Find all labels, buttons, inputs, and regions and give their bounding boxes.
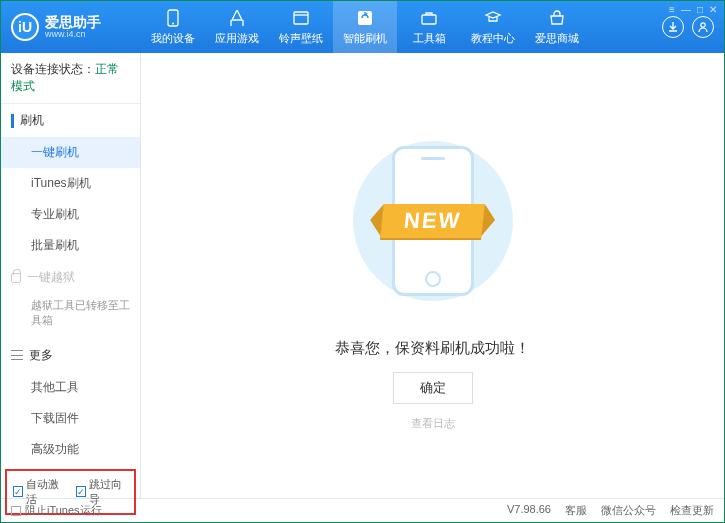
- main-nav: 我的设备 应用游戏 铃声壁纸 智能刷机 工具箱 教程中心 爱思商城: [141, 1, 589, 53]
- success-graphic: NEW: [333, 121, 533, 321]
- titlebar: iU 爱思助手 www.i4.cn 我的设备 应用游戏 铃声壁纸 智能刷机 工具…: [1, 1, 724, 53]
- svg-rect-4: [422, 15, 436, 24]
- success-message: 恭喜您，保资料刷机成功啦！: [335, 339, 530, 358]
- download-button[interactable]: [662, 16, 684, 38]
- confirm-button[interactable]: 确定: [393, 372, 473, 404]
- minimize-icon[interactable]: —: [681, 4, 691, 15]
- block-itunes-checkbox[interactable]: 阻止iTunes运行: [11, 503, 102, 518]
- view-log-link[interactable]: 查看日志: [411, 416, 455, 431]
- service-link[interactable]: 客服: [565, 503, 587, 518]
- sidebar-item-itunes-flash[interactable]: iTunes刷机: [1, 168, 140, 199]
- nav-label: 爱思商城: [535, 31, 579, 46]
- maximize-icon[interactable]: □: [697, 4, 703, 15]
- nav-label: 工具箱: [413, 31, 446, 46]
- nav-label: 铃声壁纸: [279, 31, 323, 46]
- nav-label: 我的设备: [151, 31, 195, 46]
- section-jailbreak: 一键越狱: [1, 261, 140, 294]
- flash-icon: [356, 9, 374, 27]
- sidebar: 设备连接状态：正常模式 刷机 一键刷机 iTunes刷机 专业刷机 批量刷机 一…: [1, 53, 141, 498]
- account-button[interactable]: [692, 16, 714, 38]
- wallpaper-icon: [292, 9, 310, 27]
- nav-store[interactable]: 爱思商城: [525, 1, 589, 53]
- section-title: 刷机: [20, 112, 44, 129]
- svg-point-5: [701, 23, 705, 27]
- jailbreak-note: 越狱工具已转移至工具箱: [1, 294, 140, 339]
- sidebar-item-advanced[interactable]: 高级功能: [1, 434, 140, 465]
- nav-tutorials[interactable]: 教程中心: [461, 1, 525, 53]
- nav-toolbox[interactable]: 工具箱: [397, 1, 461, 53]
- nav-my-device[interactable]: 我的设备: [141, 1, 205, 53]
- titlebar-right: [662, 16, 724, 38]
- nav-apps[interactable]: 应用游戏: [205, 1, 269, 53]
- tutorial-icon: [484, 9, 502, 27]
- conn-label: 设备连接状态：: [11, 62, 95, 76]
- sidebar-item-pro-flash[interactable]: 专业刷机: [1, 199, 140, 230]
- version-label: V7.98.66: [507, 503, 551, 518]
- nav-label: 智能刷机: [343, 31, 387, 46]
- phone-icon: [164, 9, 182, 27]
- svg-point-1: [172, 22, 174, 24]
- store-icon: [548, 9, 566, 27]
- check-icon: ✓: [76, 486, 86, 497]
- update-link[interactable]: 检查更新: [670, 503, 714, 518]
- app-url: www.i4.cn: [45, 29, 101, 39]
- window-controls: ≡ — □ ✕: [669, 4, 717, 15]
- logo-icon: iU: [11, 13, 39, 41]
- sidebar-item-batch-flash[interactable]: 批量刷机: [1, 230, 140, 261]
- section-title: 更多: [29, 347, 53, 364]
- sidebar-item-other-tools[interactable]: 其他工具: [1, 372, 140, 403]
- nav-label: 应用游戏: [215, 31, 259, 46]
- main-content: NEW 恭喜您，保资料刷机成功啦！ 确定 查看日志: [141, 53, 724, 498]
- lock-icon: [11, 273, 21, 283]
- section-flash[interactable]: 刷机: [1, 104, 140, 137]
- close-icon[interactable]: ✕: [709, 4, 717, 15]
- check-icon: ✓: [13, 486, 23, 497]
- device-panel[interactable]: iPhone 12 mini 64GB Down-12mini-13,1: [1, 519, 140, 523]
- sidebar-item-oneclick-flash[interactable]: 一键刷机: [1, 137, 140, 168]
- toolbox-icon: [420, 9, 438, 27]
- logo-area: iU 爱思助手 www.i4.cn: [1, 13, 141, 41]
- sb-label: 阻止iTunes运行: [25, 503, 102, 518]
- wechat-link[interactable]: 微信公众号: [601, 503, 656, 518]
- section-title: 一键越狱: [27, 269, 75, 286]
- new-banner: NEW: [380, 204, 485, 238]
- menu-icon[interactable]: ≡: [669, 4, 675, 15]
- svg-rect-2: [294, 12, 308, 24]
- menu-icon: [11, 350, 23, 360]
- section-more[interactable]: 更多: [1, 339, 140, 372]
- apps-icon: [228, 9, 246, 27]
- connection-status: 设备连接状态：正常模式: [1, 53, 140, 104]
- app-name: 爱思助手: [45, 15, 101, 29]
- sidebar-item-download-firmware[interactable]: 下载固件: [1, 403, 140, 434]
- checkbox-icon: [11, 506, 21, 516]
- bar-icon: [11, 114, 14, 128]
- nav-label: 教程中心: [471, 31, 515, 46]
- nav-ringtones[interactable]: 铃声壁纸: [269, 1, 333, 53]
- nav-smart-flash[interactable]: 智能刷机: [333, 1, 397, 53]
